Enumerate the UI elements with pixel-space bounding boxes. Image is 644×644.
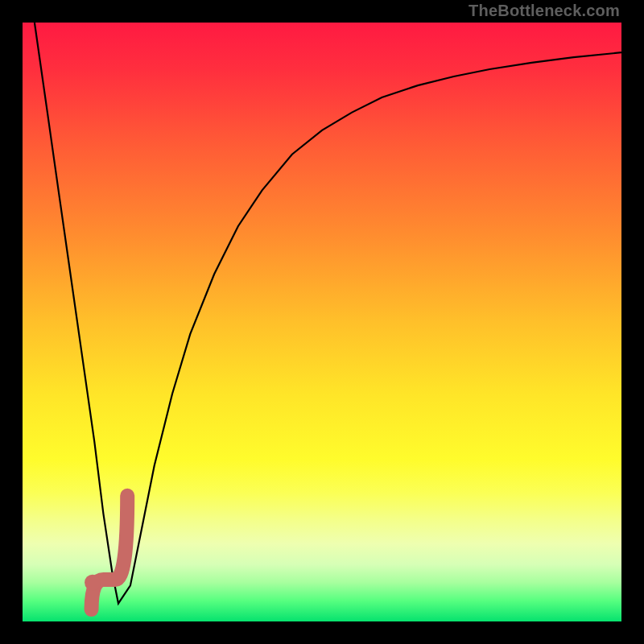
watermark-text: TheBottleneck.com	[469, 2, 620, 20]
chart-frame: TheBottleneck.com	[0, 0, 644, 644]
chart-svg	[23, 23, 621, 621]
gradient-background	[23, 23, 621, 621]
marker-dot	[85, 575, 101, 591]
plot-area	[23, 23, 621, 621]
